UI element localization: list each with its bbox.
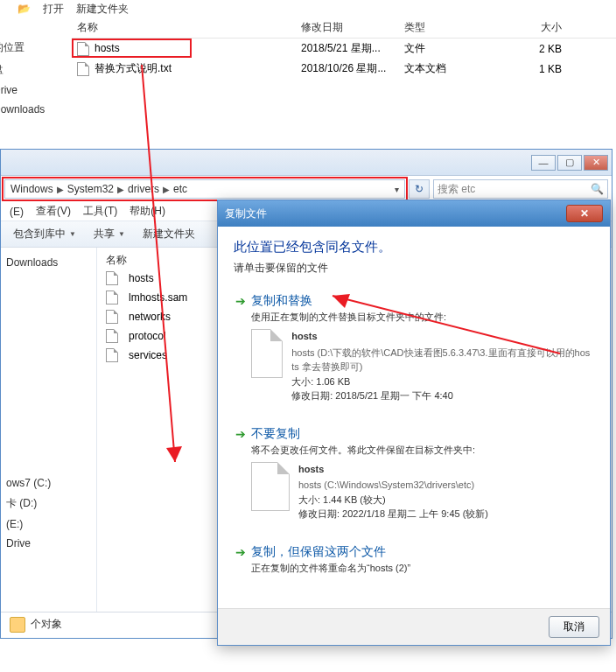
copy-file-dialog: 复制文件 ✕ 此位置已经包含同名文件。 请单击要保留的文件 ➔ 复制和替换 使用… (217, 200, 611, 646)
chevron-right-icon: ▶ (55, 185, 66, 194)
nav-item[interactable]: Drive (0, 80, 65, 100)
option-desc: 正在复制的文件将重命名为“hosts (2)” (251, 562, 592, 575)
option-dont-copy[interactable]: ➔ 不要复制 将不会更改任何文件。将此文件保留在目标文件夹中: hosts ho… (234, 423, 594, 525)
option-title: 复制和替换 (251, 293, 592, 309)
file-size: 1 KB (495, 63, 567, 75)
new-folder-button[interactable]: 新建文件夹 (76, 2, 129, 17)
file-icon (251, 329, 283, 378)
file-icon (106, 310, 118, 324)
file-row-txt[interactable]: 替换方式说明.txt 2018/10/26 星期... 文本文档 1 KB (72, 59, 616, 79)
annotation-red-box (72, 38, 192, 58)
folder-icon (10, 617, 25, 633)
option-title: 复制，但保留这两个文件 (251, 544, 592, 560)
file-list: 名称 修改日期 类型 大小 hosts 2018/5/21 星期... 文件 2… (0, 18, 616, 79)
nav-item[interactable]: ows7 (C:) (3, 473, 94, 493)
file-icon (77, 62, 89, 76)
arrow-right-icon: ➔ (235, 427, 246, 522)
menu-edit[interactable]: (E) (10, 206, 24, 218)
file-type: 文件 (399, 41, 495, 56)
dialog-footer: 取消 (218, 608, 610, 645)
file-icon (106, 290, 118, 304)
crumb[interactable]: drivers (126, 183, 161, 195)
file-type: 文本文档 (399, 61, 495, 76)
maximize-button[interactable]: ▢ (557, 155, 582, 171)
close-button[interactable]: ✕ (584, 155, 608, 171)
file-icon (106, 329, 118, 343)
address-bar: Windows▶ System32▶ drivers▶ etc ▾ ↻ 搜索 e… (1, 176, 612, 202)
crumb[interactable]: System32 (66, 183, 116, 195)
dialog-heading: 此位置已经包含同名文件。 (234, 239, 594, 256)
new-folder-button[interactable]: 新建文件夹 (136, 224, 202, 244)
cancel-button[interactable]: 取消 (549, 616, 599, 638)
top-toolbar: 📂 打开 新建文件夹 (0, 0, 616, 18)
top-explorer-window: 📂 打开 新建文件夹 的位置 盘 Drive Downloads 名称 修改日期… (0, 0, 616, 149)
share-button[interactable]: 共享▼ (87, 224, 132, 244)
left-nav: Downloads ows7 (C:) 卡 (D:) (E:) Drive (1, 248, 97, 612)
window-titlebar[interactable]: — ▢ ✕ (1, 150, 612, 176)
nav-item[interactable]: (E:) (3, 514, 94, 534)
col-type[interactable]: 类型 (399, 20, 495, 35)
menu-view[interactable]: 查看(V) (36, 204, 71, 219)
file-list-header: 名称 修改日期 类型 大小 (72, 18, 616, 38)
close-button[interactable]: ✕ (566, 205, 603, 222)
chevron-down-icon[interactable]: ▾ (393, 185, 401, 194)
dialog-subheading: 请单击要保留的文件 (234, 261, 594, 276)
dialog-titlebar[interactable]: 复制文件 ✕ (218, 200, 610, 227)
option-keep-both[interactable]: ➔ 复制，但保留这两个文件 正在复制的文件将重命名为“hosts (2)” (234, 541, 594, 578)
menu-tools[interactable]: 工具(T) (83, 204, 117, 219)
arrow-right-icon: ➔ (235, 294, 246, 403)
option-desc: 将不会更改任何文件。将此文件保留在目标文件夹中: (251, 444, 592, 457)
file-icon (251, 462, 290, 511)
chevron-right-icon: ▶ (116, 185, 126, 194)
file-name: 替换方式说明.txt (94, 62, 172, 74)
nav-item[interactable]: Downloads (0, 100, 65, 119)
chevron-down-icon: ▼ (118, 230, 125, 238)
chevron-down-icon: ▼ (69, 230, 76, 238)
file-meta: hosts hosts (C:\Windows\System32\drivers… (298, 462, 488, 522)
include-in-library-button[interactable]: 包含到库中▼ (6, 224, 83, 244)
open-folder-icon: 📂 (18, 3, 31, 15)
file-size: 2 KB (495, 43, 567, 55)
refresh-button[interactable]: ↻ (409, 179, 430, 199)
nav-item[interactable]: 卡 (D:) (3, 493, 94, 514)
col-size[interactable]: 大小 (495, 20, 567, 35)
breadcrumb[interactable]: Windows▶ System32▶ drivers▶ etc ▾ (4, 179, 405, 199)
minimize-button[interactable]: — (531, 155, 556, 171)
option-copy-replace[interactable]: ➔ 复制和替换 使用正在复制的文件替换目标文件夹中的文件: hosts host… (234, 290, 594, 407)
crumb[interactable]: Windows (9, 183, 55, 195)
file-icon (106, 348, 118, 362)
open-button[interactable]: 打开 (43, 2, 64, 17)
dialog-title-text: 复制文件 (225, 206, 267, 221)
arrow-right-icon: ➔ (235, 545, 246, 575)
col-name[interactable]: 名称 (72, 20, 296, 35)
file-icon (106, 271, 118, 285)
col-date[interactable]: 修改日期 (296, 20, 399, 35)
chevron-right-icon: ▶ (161, 185, 172, 194)
crumb[interactable]: etc (172, 183, 189, 195)
option-desc: 使用正在复制的文件替换目标文件夹中的文件: (251, 311, 592, 324)
menu-help[interactable]: 帮助(H) (130, 204, 165, 219)
nav-item[interactable]: Downloads (3, 253, 94, 272)
option-title: 不要复制 (251, 426, 592, 442)
status-text: 个对象 (31, 617, 62, 632)
nav-item[interactable]: Drive (3, 534, 94, 553)
file-meta: hosts hosts (D:\下载的软件\CAD快速看图5.6.3.47\3.… (291, 329, 592, 403)
file-date: 2018/10/26 星期... (296, 61, 399, 76)
search-icon: 🔍 (591, 183, 604, 195)
file-date: 2018/5/21 星期... (296, 41, 399, 56)
search-placeholder: 搜索 etc (438, 182, 475, 197)
search-input[interactable]: 搜索 etc 🔍 (433, 179, 608, 199)
